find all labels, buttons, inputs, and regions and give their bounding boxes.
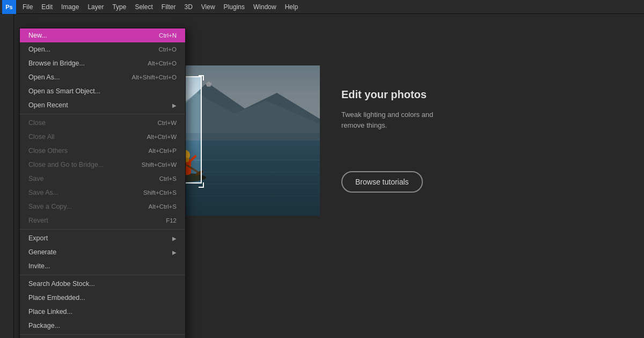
menu-item-open-as[interactable]: Open As... Alt+Shift+Ctrl+O bbox=[20, 70, 185, 84]
menu-item-close-all-shortcut: Alt+Ctrl+W bbox=[147, 134, 177, 140]
menu-item-revert-label: Revert bbox=[28, 217, 48, 224]
menu-item-open-as-shortcut: Alt+Shift+Ctrl+O bbox=[132, 74, 177, 80]
separator-3 bbox=[20, 275, 185, 275]
menu-item-export[interactable]: Export ▶ bbox=[20, 231, 185, 245]
menubar: Ps File Edit Image Layer Type Select Fil… bbox=[0, 0, 644, 14]
menu-item-save[interactable]: Save Ctrl+S bbox=[20, 172, 185, 186]
browse-tutorials-button[interactable]: Browse tutorials bbox=[341, 171, 423, 193]
menubar-image[interactable]: Image bbox=[57, 1, 83, 13]
menu-item-place-linked-label: Place Linked... bbox=[28, 308, 72, 315]
menu-item-open-label: Open... bbox=[28, 46, 50, 53]
menu-item-bridge[interactable]: Browse in Bridge... Alt+Ctrl+O bbox=[20, 56, 185, 70]
menubar-3d[interactable]: 3D bbox=[180, 1, 196, 13]
menu-item-package[interactable]: Package... bbox=[20, 319, 185, 333]
menu-item-generate-label: Generate bbox=[28, 248, 56, 256]
main-area: Welcome to Photoshop, bbox=[0, 14, 644, 338]
menu-item-recent-label: Open Recent bbox=[28, 101, 68, 109]
menubar-edit[interactable]: Edit bbox=[37, 1, 57, 13]
menu-item-export-label: Export bbox=[28, 234, 48, 242]
menu-item-generate-arrow-icon: ▶ bbox=[172, 249, 177, 255]
separator-1 bbox=[20, 114, 185, 114]
file-menu: New... Ctrl+N Open... Ctrl+O Browse in B… bbox=[19, 28, 186, 338]
menu-item-invite-label: Invite... bbox=[28, 262, 50, 270]
menu-item-revert[interactable]: Revert F12 bbox=[20, 214, 185, 227]
menu-item-place-embed-label: Place Embedded... bbox=[28, 294, 85, 302]
feature-info: Edit your photos Tweak lighting and colo… bbox=[341, 65, 449, 216]
menu-item-open-as-label: Open As... bbox=[28, 74, 60, 81]
menu-item-new-shortcut: Ctrl+N bbox=[159, 32, 177, 39]
menu-item-save-copy[interactable]: Save a Copy... Alt+Ctrl+S bbox=[20, 200, 185, 214]
menu-item-smart[interactable]: Open as Smart Object... bbox=[20, 84, 185, 98]
menu-item-revert-shortcut: F12 bbox=[166, 217, 177, 224]
menu-item-smart-label: Open as Smart Object... bbox=[28, 87, 100, 95]
menu-item-package-label: Package... bbox=[28, 322, 60, 329]
menu-item-close-others-shortcut: Alt+Ctrl+P bbox=[149, 148, 177, 154]
menubar-help[interactable]: Help bbox=[281, 1, 303, 13]
menu-item-save-label: Save bbox=[28, 175, 44, 182]
menu-item-close-bridge[interactable]: Close and Go to Bridge... Shift+Ctrl+W bbox=[20, 158, 185, 172]
menubar-select[interactable]: Select bbox=[130, 1, 157, 13]
menu-item-stock-label: Search Adobe Stock... bbox=[28, 280, 95, 288]
menu-item-bridge-label: Browse in Bridge... bbox=[28, 60, 85, 67]
menu-item-close-label: Close bbox=[28, 119, 46, 127]
menu-item-new-label: New... bbox=[28, 32, 47, 39]
menu-item-open[interactable]: Open... Ctrl+O bbox=[20, 42, 185, 56]
menu-item-place-embed[interactable]: Place Embedded... bbox=[20, 291, 185, 305]
crop-handle-tr bbox=[199, 75, 204, 80]
menu-item-close-others[interactable]: Close Others Alt+Ctrl+P bbox=[20, 144, 185, 158]
feature-desc: Tweak lighting and colors and remove thi… bbox=[341, 109, 449, 130]
menubar-view[interactable]: View bbox=[197, 1, 219, 13]
menu-item-close-all-label: Close All bbox=[28, 133, 55, 141]
menu-item-open-shortcut: Ctrl+O bbox=[158, 46, 177, 53]
menu-item-save-shortcut: Ctrl+S bbox=[159, 175, 177, 182]
menu-item-place-linked[interactable]: Place Linked... bbox=[20, 305, 185, 319]
menu-item-close-others-label: Close Others bbox=[28, 147, 68, 155]
menu-item-bridge-shortcut: Alt+Ctrl+O bbox=[148, 60, 177, 67]
menu-item-recent[interactable]: Open Recent ▶ bbox=[20, 98, 185, 112]
menu-item-invite[interactable]: Invite... bbox=[20, 259, 185, 273]
menu-item-export-arrow-icon: ▶ bbox=[172, 236, 177, 241]
menu-item-save-as[interactable]: Save As... Shift+Ctrl+S bbox=[20, 186, 185, 200]
menu-item-save-copy-label: Save a Copy... bbox=[28, 203, 72, 210]
menu-item-close-all[interactable]: Close All Alt+Ctrl+W bbox=[20, 130, 185, 144]
menu-item-close-shortcut: Ctrl+W bbox=[158, 120, 177, 126]
left-sidebar bbox=[0, 14, 14, 338]
menubar-filter[interactable]: Filter bbox=[157, 1, 180, 13]
menu-item-stock[interactable]: Search Adobe Stock... bbox=[20, 277, 185, 291]
separator-4 bbox=[20, 334, 185, 335]
feature-title: Edit your photos bbox=[341, 89, 449, 101]
separator-2 bbox=[20, 229, 185, 230]
crop-handle-br bbox=[199, 182, 204, 188]
menu-item-new[interactable]: New... Ctrl+N bbox=[20, 28, 185, 42]
menu-item-save-copy-shortcut: Alt+Ctrl+S bbox=[149, 203, 177, 210]
app-logo: Ps bbox=[2, 0, 16, 14]
menubar-type[interactable]: Type bbox=[108, 1, 130, 13]
menubar-window[interactable]: Window bbox=[249, 1, 281, 13]
menubar-plugins[interactable]: Plugins bbox=[219, 1, 249, 13]
menubar-file[interactable]: File bbox=[18, 1, 37, 13]
menu-item-generate[interactable]: Generate ▶ bbox=[20, 245, 185, 259]
menu-item-recent-arrow-icon: ▶ bbox=[172, 102, 177, 108]
menubar-layer[interactable]: Layer bbox=[83, 1, 108, 13]
menu-item-close[interactable]: Close Ctrl+W bbox=[20, 116, 185, 130]
menu-item-save-as-shortcut: Shift+Ctrl+S bbox=[143, 189, 177, 196]
menu-item-close-bridge-shortcut: Shift+Ctrl+W bbox=[142, 161, 177, 168]
menu-item-close-bridge-label: Close and Go to Bridge... bbox=[28, 161, 104, 168]
menu-item-save-as-label: Save As... bbox=[28, 189, 58, 196]
